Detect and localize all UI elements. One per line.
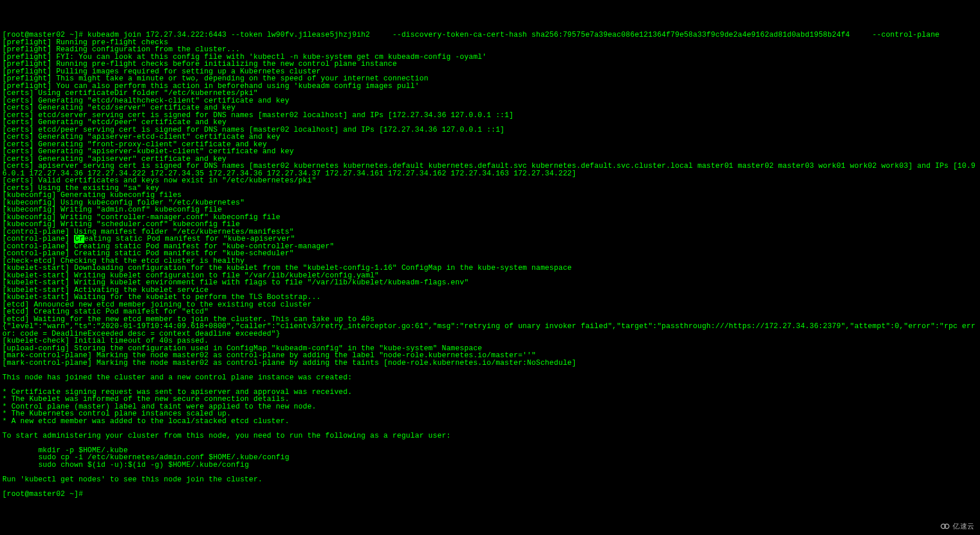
watermark-icon xyxy=(940,521,950,532)
watermark-text: 亿速云 xyxy=(953,523,974,530)
output-after: [control-plane] Creating static Pod mani… xyxy=(2,242,975,484)
shell-prompt-end: [root@master02 ~]# xyxy=(2,490,87,498)
watermark: 亿速云 xyxy=(940,521,974,532)
terminal-output[interactable]: [root@master02 ~]# kubeadm join 172.27.3… xyxy=(2,31,978,498)
command-text: kubeadm join 172.27.34.222:6443 --token … xyxy=(87,31,939,39)
output-before: [preflight] Running pre-flight checks [p… xyxy=(2,38,975,236)
